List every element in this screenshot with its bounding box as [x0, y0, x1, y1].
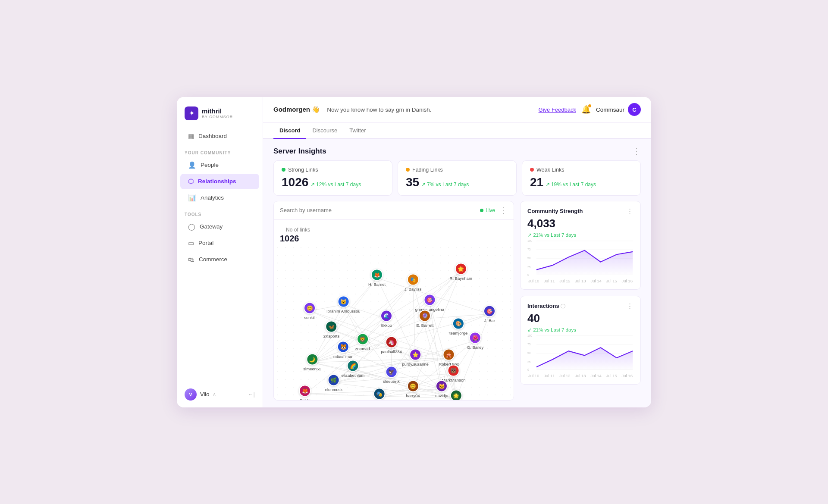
sidebar-item-dashboard[interactable]: ▦ Dashboard	[180, 128, 259, 144]
search-input[interactable]	[280, 207, 476, 213]
logo-text: mithril BY COMMSOR	[202, 107, 233, 119]
stat-fading-links: Fading Links 35 ↗ 7% vs Last 7 days	[398, 160, 517, 196]
node-label: znmead	[355, 346, 370, 351]
tab-twitter[interactable]: Twitter	[343, 123, 372, 139]
network-node[interactable]: 🌺G. Bailey	[467, 332, 484, 349]
network-node[interactable]: 🐻MarkManson	[442, 364, 466, 382]
stat-fading-change: ↗ 7% vs Last 7 days	[421, 182, 469, 188]
network-node[interactable]: 🎯J. Bar	[483, 305, 496, 322]
section-label-tools: TOOLS	[177, 206, 263, 219]
cs-axis-labels: Jul 10Jul 11Jul 12Jul 13Jul 14Jul 15Jul …	[527, 279, 634, 283]
svg-text:75: 75	[527, 247, 530, 251]
network-node[interactable]: 🦋2Ksports	[323, 321, 340, 338]
links-label: No of links	[280, 223, 508, 234]
community-strength-menu[interactable]: ⋮	[627, 207, 634, 215]
tab-discord[interactable]: Discord	[273, 123, 306, 139]
network-node[interactable]: 🌊ttkkoo	[380, 310, 392, 327]
logo-icon: ✦	[185, 106, 198, 120]
node-label: H. Barnet	[368, 282, 386, 287]
community-strength-value: 4,033	[527, 217, 634, 230]
node-label: G. Bailey	[467, 344, 484, 349]
node-avatar: 🎯	[483, 305, 496, 317]
interactions-card: Interactions ⓘ ⋮ 40 ↙ 21% vs Last 7 days	[520, 296, 641, 385]
interactions-menu[interactable]: ⋮	[627, 302, 634, 310]
network-node[interactable]: 🎨teamjorge	[449, 317, 467, 335]
interactions-title: Interactions ⓘ	[527, 303, 565, 310]
network-menu-button[interactable]: ⋮	[499, 206, 508, 215]
live-badge: Live	[480, 207, 495, 213]
svg-text:0: 0	[527, 272, 529, 277]
network-node[interactable]: 🦅sleepertk	[383, 366, 400, 384]
node-avatar: 🌟	[450, 389, 462, 400]
network-node[interactable]: 🦊PinUp	[299, 385, 311, 400]
server-insights-menu-button[interactable]: ⋮	[633, 147, 641, 156]
user-avatar-small: V	[185, 388, 197, 401]
stat-weak-links: Weak Links 21 ↗ 19% vs Last 7 days	[522, 160, 641, 196]
logo-name: mithril	[202, 107, 233, 115]
network-node[interactable]: 🌿elonmusk	[325, 374, 343, 391]
network-node[interactable]: 🌟fantasychuru	[444, 389, 467, 400]
give-feedback-button[interactable]: Give Feedback	[539, 106, 576, 113]
stat-fading-value: 35	[406, 175, 419, 189]
header-subtitle: Now you know how to say gm in Danish.	[327, 106, 431, 113]
stat-strong-label: Strong Links	[282, 167, 384, 173]
network-node[interactable]: 🌟R. Baynham	[450, 263, 472, 280]
network-node[interactable]: 🐱Ibrahim Amoussou	[326, 296, 361, 313]
user-info[interactable]: Commsaur C	[596, 103, 641, 116]
node-avatar: 🦅	[385, 366, 397, 378]
network-node[interactable]: 🎪Robert Fox	[439, 349, 459, 366]
network-node[interactable]: 😊harry04	[406, 380, 420, 398]
node-avatar: 🎭	[407, 274, 419, 286]
sidebar-item-people[interactable]: 👤 People	[180, 157, 259, 173]
svg-marker-83	[536, 347, 633, 369]
svg-text:50: 50	[527, 351, 530, 355]
sidebar-item-portal[interactable]: ▭ Portal	[180, 235, 259, 251]
sidebar-item-analytics[interactable]: 📊 Analytics	[180, 190, 259, 206]
notification-dot	[588, 104, 591, 107]
portal-icon: ▭	[188, 239, 194, 247]
sidebar-item-commerce[interactable]: 🛍 Commerce	[180, 252, 259, 267]
network-node[interactable]: ⭐purdy.suzanne	[402, 349, 429, 366]
notification-button[interactable]: 🔔	[581, 105, 591, 114]
node-avatar: 🐱	[337, 296, 349, 308]
node-label: simeon51	[303, 366, 321, 371]
sidebar-item-relationships[interactable]: ⬡ Relationships	[180, 174, 259, 189]
main-content: Godmorgen 👋 Now you know how to say gm i…	[263, 97, 651, 407]
dot-red	[530, 168, 534, 172]
network-node[interactable]: 🦄paulhall234	[381, 336, 402, 354]
sidebar-bottom: V Vilo ∧ ←|	[177, 383, 263, 401]
node-label: E. Barrett	[416, 322, 433, 327]
greeting: Godmorgen 👋	[273, 106, 320, 113]
network-node[interactable]: 🔮E. Barrett	[416, 310, 433, 327]
sidebar-item-gateway[interactable]: ◯ Gateway	[180, 219, 259, 235]
content-area: Server Insights ⋮ Strong Links 1026 ↗ 12…	[263, 139, 651, 407]
sidebar-item-label-gateway: Gateway	[200, 223, 223, 230]
dot-yellow	[406, 168, 410, 172]
tab-discourse[interactable]: Discourse	[306, 123, 343, 139]
node-avatar: 🦊	[299, 385, 311, 397]
node-label: elizabethlam	[342, 373, 364, 377]
chevron-up-icon: ∧	[213, 391, 216, 397]
svg-text:25: 25	[527, 360, 530, 364]
interactions-change: ↙ 21% vs Last 7 days	[527, 327, 634, 333]
node-label: ttkkoo	[381, 322, 392, 327]
network-node[interactable]: 🌙simeon51	[303, 354, 321, 371]
network-node[interactable]: 🌈elizabethlam	[342, 360, 364, 377]
network-node[interactable]: 🐯mbashirian	[333, 341, 353, 359]
network-toolbar: Live ⋮	[274, 201, 514, 220]
network-node[interactable]: 🦁znmead	[355, 333, 370, 351]
stat-fading-label: Fading Links	[406, 167, 508, 173]
network-graph[interactable]: 😊sunkill🐱Ibrahim Amoussou🦊H. Barnet🎭J. B…	[274, 244, 514, 400]
network-node[interactable]: 🎭volkman.michele	[364, 388, 395, 400]
sidebar-collapse-icon[interactable]: ←|	[248, 391, 255, 398]
node-avatar: 🐻	[448, 364, 460, 376]
network-node[interactable]: 😊sunkill	[304, 302, 316, 319]
people-icon: 👤	[188, 161, 196, 169]
int-axis-labels: Jul 10Jul 11Jul 12Jul 13Jul 14Jul 15Jul …	[527, 373, 634, 378]
network-node[interactable]: 🎯grimes.angelina	[415, 294, 444, 312]
node-label: teamjorge	[449, 330, 467, 335]
network-node[interactable]: 🎭J. Bayliss	[404, 274, 421, 291]
network-node[interactable]: 🦊H. Barnet	[368, 269, 386, 287]
sidebar-item-label-portal: Portal	[198, 240, 213, 246]
relationships-icon: ⬡	[188, 178, 194, 185]
